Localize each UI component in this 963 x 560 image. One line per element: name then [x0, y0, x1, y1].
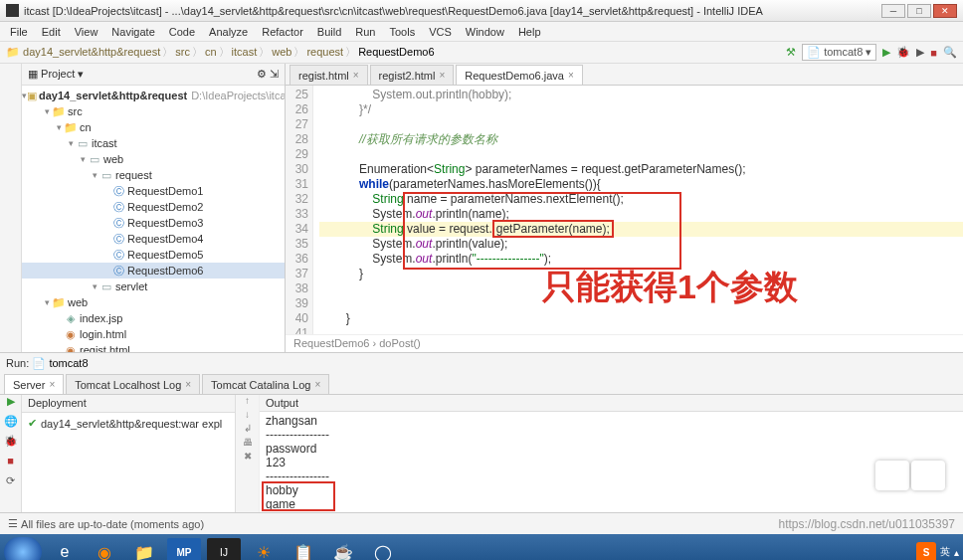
float-icon-2[interactable] — [911, 461, 945, 490]
print-icon[interactable]: 🖶 — [236, 437, 259, 451]
console-output[interactable]: zhangsan----------------password123-----… — [260, 412, 963, 513]
menu-edit[interactable]: Edit — [36, 24, 67, 40]
ime-icon[interactable]: S — [916, 542, 936, 560]
build-icon[interactable]: ⚒ — [786, 46, 796, 59]
run-config-selector[interactable]: 📄 tomcat8 ▾ — [802, 44, 876, 61]
open-browser-icon[interactable]: 🌐 — [0, 415, 21, 435]
scroll-down-icon[interactable]: ↓ — [236, 409, 259, 423]
taskbar-app3[interactable]: ☕ — [326, 538, 360, 560]
close-icon[interactable]: × — [568, 70, 574, 81]
menu-run[interactable]: Run — [349, 24, 381, 40]
tree-node-requestdemo2[interactable]: ⒸRequestDemo2 — [22, 199, 285, 215]
run-tab[interactable]: Tomcat Localhost Log× — [66, 374, 200, 394]
run-button[interactable]: ▶ — [882, 46, 890, 59]
status-icon[interactable]: ☰ — [8, 517, 18, 530]
editor-breadcrumb[interactable]: RequestDemo6 › doPost() — [286, 334, 963, 352]
tree-node-requestdemo6[interactable]: ⒸRequestDemo6 — [22, 263, 285, 279]
menu-view[interactable]: View — [69, 24, 104, 40]
code-line[interactable]: while(parameterNames.hasMoreElements()){ — [319, 177, 963, 192]
taskbar-media[interactable]: ◉ — [88, 538, 121, 560]
tree-node-regist.html[interactable]: ◉regist.html — [22, 342, 285, 352]
close-button[interactable]: ✕ — [933, 4, 957, 18]
close-icon[interactable]: × — [314, 379, 320, 390]
menu-analyze[interactable]: Analyze — [203, 24, 254, 40]
taskbar-ie[interactable]: e — [48, 538, 82, 560]
scroll-up-icon[interactable]: ↑ — [236, 395, 259, 409]
taskbar-chrome[interactable]: ◯ — [366, 538, 400, 560]
code-line[interactable]: Enumeration<String> parameterNames = req… — [319, 162, 963, 177]
tree-node-servlet[interactable]: ▾▭servlet — [22, 279, 285, 294]
run-tab[interactable]: Tomcat Catalina Log× — [202, 374, 329, 394]
project-tree[interactable]: ▾▣day14_servlet&http&requestD:\IdeaProje… — [22, 86, 285, 352]
taskbar-intellij[interactable]: IJ — [207, 538, 241, 560]
menu-refactor[interactable]: Refactor — [256, 24, 309, 40]
close-icon[interactable]: × — [353, 70, 359, 81]
close-icon[interactable]: × — [49, 379, 55, 390]
tree-node-requestdemo5[interactable]: ⒸRequestDemo5 — [22, 247, 285, 263]
editor-tab[interactable]: regist.html× — [289, 65, 368, 85]
system-tray[interactable]: S 英 ▴ — [916, 542, 959, 560]
tree-node-cn[interactable]: ▾📁cn — [22, 119, 285, 135]
editor-tab[interactable]: RequestDemo6.java× — [456, 65, 583, 85]
menu-tools[interactable]: Tools — [383, 24, 421, 40]
editor-tab[interactable]: regist2.html× — [370, 65, 455, 85]
wrap-icon[interactable]: ↲ — [236, 423, 259, 437]
project-tool-title[interactable]: ▦ Project ▾ — [28, 68, 84, 81]
code-line[interactable]: } — [319, 311, 963, 326]
deployment-item[interactable]: ✔ day14_servlet&http&request:war expl — [28, 417, 229, 430]
clear-icon[interactable]: ✖ — [236, 451, 259, 465]
deploy-icon[interactable]: ⟳ — [0, 474, 21, 494]
menu-help[interactable]: Help — [512, 24, 547, 40]
menu-build[interactable]: Build — [311, 24, 347, 40]
gear-icon[interactable]: ⚙ ⇲ — [257, 68, 279, 81]
menu-navigate[interactable]: Navigate — [105, 24, 160, 40]
float-icon-1[interactable] — [875, 461, 909, 490]
menu-code[interactable]: Code — [163, 24, 201, 40]
run-tab[interactable]: Server× — [4, 374, 64, 394]
rerun-icon[interactable]: ▶ — [0, 395, 21, 415]
debug-button[interactable]: 🐞 — [896, 46, 910, 59]
code-line[interactable] — [319, 117, 963, 132]
debug-icon[interactable]: 🐞 — [0, 435, 21, 455]
breadcrumb-part[interactable]: 📁 day14_servlet&http&request — [6, 46, 160, 58]
ime-lang[interactable]: 英 — [940, 545, 950, 559]
tree-node-requestdemo3[interactable]: ⒸRequestDemo3 — [22, 215, 285, 231]
tree-node-index.jsp[interactable]: ◈index.jsp — [22, 310, 285, 326]
code-line[interactable] — [319, 147, 963, 162]
tray-expand-icon[interactable]: ▴ — [954, 547, 959, 558]
breadcrumb-part[interactable]: src — [175, 46, 190, 58]
tree-root[interactable]: ▾▣day14_servlet&http&requestD:\IdeaProje… — [22, 88, 285, 103]
taskbar-app2[interactable]: 📋 — [287, 538, 320, 560]
tree-node-requestdemo1[interactable]: ⒸRequestDemo1 — [22, 183, 285, 199]
tree-node-web[interactable]: ▾📁web — [22, 294, 285, 310]
stop-icon[interactable]: ■ — [0, 455, 21, 474]
taskbar-mp[interactable]: MP — [167, 538, 201, 560]
code-line[interactable] — [319, 326, 963, 334]
close-icon[interactable]: × — [439, 70, 445, 81]
tree-node-login.html[interactable]: ◉login.html — [22, 326, 285, 342]
tree-node-requestdemo4[interactable]: ⒸRequestDemo4 — [22, 231, 285, 247]
breadcrumb-part[interactable]: itcast — [232, 46, 258, 58]
code-line[interactable]: //获取所有请求的参数名称 — [319, 132, 963, 147]
tree-node-src[interactable]: ▾📁src — [22, 103, 285, 119]
start-button[interactable] — [4, 537, 42, 560]
code-area[interactable]: System.out.println(hobby); }*/ //获取所有请求的… — [313, 86, 963, 334]
code-line[interactable]: }*/ — [319, 102, 963, 117]
breadcrumb-part[interactable]: web — [272, 46, 291, 58]
breadcrumb-part[interactable]: cn — [205, 46, 217, 58]
taskbar-app1[interactable]: ☀ — [247, 538, 281, 560]
menu-file[interactable]: File — [4, 24, 34, 40]
minimize-button[interactable]: ─ — [881, 4, 905, 18]
close-icon[interactable]: × — [185, 379, 191, 390]
search-icon[interactable]: 🔍 — [943, 46, 957, 59]
code-line[interactable]: System.out.println(hobby); — [319, 88, 963, 102]
menu-vcs[interactable]: VCS — [423, 24, 458, 40]
tree-node-itcast[interactable]: ▾▭itcast — [22, 135, 285, 151]
maximize-button[interactable]: □ — [907, 4, 931, 18]
tree-node-web[interactable]: ▾▭web — [22, 151, 285, 167]
breadcrumb-part[interactable]: request — [306, 46, 343, 58]
breadcrumb-part[interactable]: RequestDemo6 — [358, 46, 434, 58]
tree-node-request[interactable]: ▾▭request — [22, 167, 285, 183]
coverage-button[interactable]: ▶ — [916, 46, 924, 59]
menu-window[interactable]: Window — [460, 24, 510, 40]
